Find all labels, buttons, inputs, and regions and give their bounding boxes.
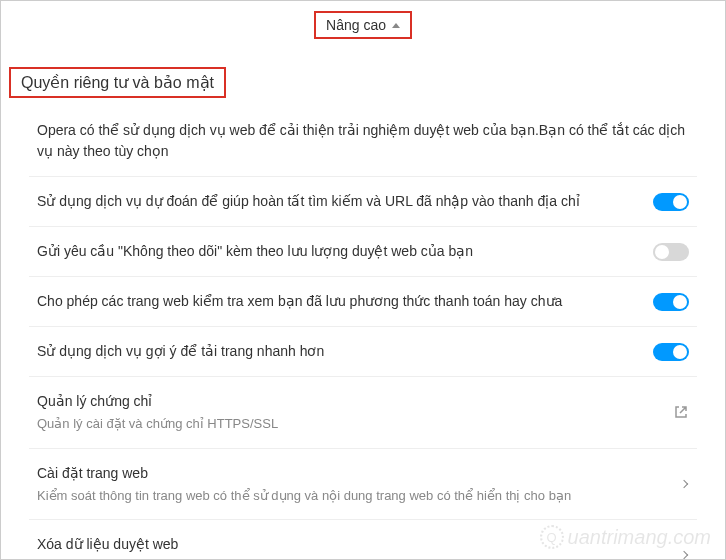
- setting-row-payment-check: Cho phép các trang web kiểm tra xem bạn …: [29, 277, 697, 327]
- external-link-icon: [673, 404, 689, 420]
- setting-title: Cài đặt trang web: [37, 463, 661, 484]
- section-header: Quyền riêng tư và bảo mật: [9, 67, 226, 98]
- section-title: Quyền riêng tư và bảo mật: [21, 74, 214, 91]
- setting-row-certificates[interactable]: Quản lý chứng chỉ Quản lý cài đặt và chứ…: [29, 377, 697, 449]
- intro-text: Opera có thể sử dụng dịch vụ web để cải …: [29, 106, 697, 177]
- settings-list: Opera có thể sử dụng dịch vụ web để cải …: [1, 106, 725, 560]
- setting-title: Sử dụng dịch vụ gợi ý để tải trang nhanh…: [37, 341, 633, 362]
- setting-row-dnt: Gửi yêu cầu "Không theo dõi" kèm theo lư…: [29, 227, 697, 277]
- setting-subtitle: Quản lý cài đặt và chứng chỉ HTTPS/SSL: [37, 414, 653, 434]
- chevron-right-icon: [680, 480, 688, 488]
- setting-title: Quản lý chứng chỉ: [37, 391, 653, 412]
- toggle-payment-check[interactable]: [653, 293, 689, 311]
- chevron-up-icon: [392, 23, 400, 28]
- setting-title: Cho phép các trang web kiểm tra xem bạn …: [37, 291, 633, 312]
- toggle-prediction[interactable]: [653, 193, 689, 211]
- setting-title: Gửi yêu cầu "Không theo dõi" kèm theo lư…: [37, 241, 633, 262]
- setting-row-prediction: Sử dụng dịch vụ dự đoán để giúp hoàn tất…: [29, 177, 697, 227]
- setting-row-site-settings[interactable]: Cài đặt trang web Kiểm soát thông tin tr…: [29, 449, 697, 521]
- setting-subtitle: Kiểm soát thông tin trang web có thể sử …: [37, 486, 661, 506]
- chevron-right-icon: [680, 551, 688, 559]
- toggle-preload[interactable]: [653, 343, 689, 361]
- setting-title: Xóa dữ liệu duyệt web: [37, 534, 661, 555]
- toggle-dnt[interactable]: [653, 243, 689, 261]
- advanced-toggle[interactable]: Nâng cao: [314, 11, 412, 39]
- setting-row-preload: Sử dụng dịch vụ gợi ý để tải trang nhanh…: [29, 327, 697, 377]
- setting-title: Sử dụng dịch vụ dự đoán để giúp hoàn tất…: [37, 191, 633, 212]
- advanced-label: Nâng cao: [326, 17, 386, 33]
- setting-row-clear-data[interactable]: Xóa dữ liệu duyệt web Xóa lịch sử, cooki…: [29, 520, 697, 560]
